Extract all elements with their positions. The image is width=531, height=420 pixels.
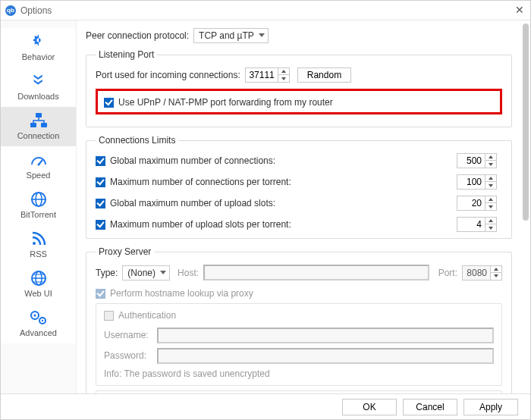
- dialog-footer: OK Cancel Apply: [1, 393, 530, 419]
- vertical-scrollbar[interactable]: [522, 24, 529, 390]
- ok-button[interactable]: OK: [342, 399, 397, 415]
- auth-subgroup: Authentication Username: Password: Info:…: [96, 303, 502, 386]
- proxy-host-label: Host:: [178, 268, 199, 278]
- sidebar-item-advanced[interactable]: Advanced: [1, 304, 76, 343]
- sidebar-item-label: Behavior: [22, 52, 55, 61]
- gauge-icon: [28, 151, 49, 169]
- proxy-legend: Proxy Server: [96, 246, 154, 257]
- port-spinner[interactable]: [245, 67, 290, 83]
- svg-rect-2: [41, 123, 47, 127]
- upnp-checkbox[interactable]: Use UPnP / NAT-PMP port forwarding from …: [104, 97, 333, 108]
- protocol-label: Peer connection protocol:: [86, 30, 189, 41]
- sidebar-item-connection[interactable]: Connection: [1, 107, 76, 146]
- svg-point-15: [33, 315, 36, 317]
- upnp-highlight: Use UPnP / NAT-PMP port forwarding from …: [96, 89, 502, 114]
- chevron-down-icon: [259, 33, 265, 37]
- port-input[interactable]: [245, 67, 278, 83]
- limit-global-slots-spinner[interactable]: [457, 196, 502, 211]
- sidebar-item-label: Web UI: [24, 289, 52, 298]
- limit-slots-per-torrent-spinner[interactable]: [457, 217, 502, 232]
- chevron-down-icon: [160, 271, 166, 274]
- proxy-type-select[interactable]: (None): [122, 265, 170, 281]
- port-label: Port used for incoming connections:: [96, 70, 240, 80]
- proxy-type-label: Type:: [96, 268, 118, 278]
- username-label: Username:: [104, 330, 152, 340]
- sidebar-item-label: Speed: [27, 171, 51, 180]
- sidebar-item-behavior[interactable]: Behavior: [1, 28, 76, 67]
- limit-conn-per-torrent-checkbox[interactable]: Maximum number of connections per torren…: [96, 177, 441, 187]
- sidebar-item-label: Downloads: [17, 92, 58, 101]
- globe-icon: [28, 190, 49, 208]
- upnp-label: Use UPnP / NAT-PMP port forwarding from …: [118, 97, 333, 108]
- spin-up-icon[interactable]: [278, 68, 289, 75]
- auth-checkbox: Authentication: [104, 310, 176, 321]
- titlebar: qb Options ✕: [1, 1, 530, 20]
- globe-icon: [28, 269, 49, 287]
- close-icon[interactable]: ✕: [515, 4, 524, 16]
- random-button[interactable]: Random: [297, 67, 351, 83]
- protocol-select[interactable]: TCP and µTP: [193, 28, 269, 43]
- sidebar: Behavior Downloads Connection Speed BitT…: [1, 20, 77, 393]
- limit-global-slots-checkbox[interactable]: Global maximum number of upload slots:: [96, 198, 441, 208]
- limits-legend: Connections Limits: [96, 135, 178, 146]
- proxy-port-label: Port:: [438, 268, 457, 278]
- svg-line-4: [39, 160, 42, 165]
- sidebar-item-rss[interactable]: RSS: [1, 225, 76, 265]
- gear-icon: [28, 33, 49, 51]
- gears-icon: [28, 309, 49, 327]
- rss-icon: [28, 230, 49, 248]
- svg-point-17: [41, 320, 42, 321]
- sidebar-item-downloads[interactable]: Downloads: [1, 67, 76, 107]
- cancel-button[interactable]: Cancel: [403, 399, 457, 415]
- password-input: [157, 348, 494, 364]
- scroll-thumb[interactable]: [523, 24, 529, 221]
- listening-port-group: Listening Port Port used for incoming co…: [86, 49, 512, 127]
- connections-limits-group: Connections Limits Global maximum number…: [86, 135, 512, 239]
- download-icon: [28, 72, 49, 90]
- sidebar-item-label: RSS: [30, 249, 47, 259]
- main-panel: Peer connection protocol: TCP and µTP Li…: [77, 20, 530, 393]
- listening-legend: Listening Port: [96, 49, 157, 60]
- sidebar-item-webui[interactable]: Web UI: [1, 265, 76, 304]
- svg-rect-1: [30, 123, 36, 127]
- limit-global-conn-checkbox[interactable]: Global maximum number of connections:: [96, 155, 441, 166]
- password-info: Info: The password is saved unencrypted: [104, 368, 494, 379]
- svg-point-8: [33, 242, 36, 245]
- sidebar-item-label: BitTorrent: [20, 210, 56, 219]
- proxy-server-group: Proxy Server Type: (None) Host: P: [86, 246, 512, 393]
- sidebar-item-label: Connection: [17, 131, 60, 140]
- app-icon: qb: [5, 5, 16, 16]
- options-window: qb Options ✕ Behavior Downloads Connecti…: [0, 0, 531, 420]
- spin-down-icon[interactable]: [278, 75, 289, 82]
- username-input: [157, 328, 494, 343]
- limit-conn-per-torrent-spinner[interactable]: [457, 174, 502, 190]
- network-icon: [28, 111, 49, 130]
- limit-slots-per-torrent-checkbox[interactable]: Maximum number of upload slots per torre…: [96, 219, 441, 230]
- proxy-host-input: [203, 265, 429, 281]
- protocol-value: TCP and µTP: [199, 30, 254, 41]
- proxy-port-spinner: [462, 265, 502, 281]
- use-bt-subgroup: Use proxy for BitTorrent purposes Use pr…: [96, 390, 502, 394]
- window-title: Options: [20, 5, 52, 16]
- svg-rect-0: [36, 113, 42, 118]
- sidebar-item-speed[interactable]: Speed: [1, 146, 76, 186]
- password-label: Password:: [104, 350, 152, 361]
- hostname-lookup-checkbox: Perform hostname lookup via proxy: [96, 288, 253, 299]
- sidebar-item-bittorrent[interactable]: BitTorrent: [1, 186, 76, 225]
- sidebar-item-label: Advanced: [20, 328, 57, 337]
- limit-global-conn-spinner[interactable]: [457, 153, 502, 168]
- apply-button[interactable]: Apply: [463, 399, 518, 415]
